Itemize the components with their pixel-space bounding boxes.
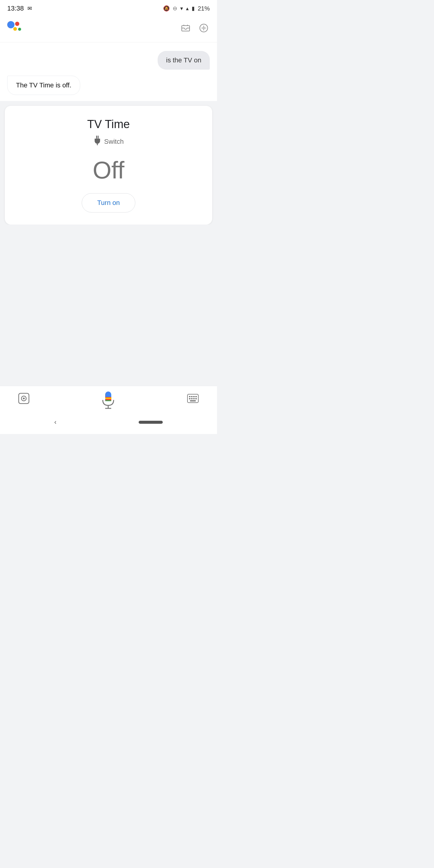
battery-icon: ▮ (192, 5, 195, 12)
navigation-bar: ‹ (0, 413, 217, 434)
inbox-icon[interactable] (181, 23, 190, 35)
bottom-toolbar (0, 386, 217, 413)
svg-rect-25 (190, 400, 196, 401)
dot-yellow (13, 27, 17, 31)
svg-rect-18 (191, 396, 193, 397)
header-icons (181, 23, 209, 35)
svg-rect-24 (195, 398, 197, 399)
device-type-row: Switch (93, 135, 124, 147)
dot-red (15, 22, 19, 26)
device-card: TV Time Switch Off Turn on (5, 106, 212, 224)
gmail-icon: ✉ (27, 5, 32, 12)
dot-green (18, 28, 21, 31)
svg-rect-20 (195, 396, 197, 397)
svg-rect-22 (191, 398, 193, 399)
svg-rect-4 (97, 144, 98, 145)
chat-area: is the TV on The TV Time is off. (0, 42, 217, 101)
time-display: 13:38 (7, 4, 24, 12)
svg-rect-17 (189, 396, 190, 397)
device-type-label: Switch (104, 138, 124, 146)
app-header (0, 16, 217, 42)
status-left: 13:38 ✉ (7, 4, 32, 12)
wifi-icon: ▾ (180, 5, 183, 12)
assistant-message-text: The TV Time is off. (16, 82, 71, 89)
user-bubble: is the TV on (158, 51, 210, 70)
status-bar: 13:38 ✉ 🔕 ⊖ ▾ ▴ ▮ 21% (0, 0, 217, 16)
lens-icon[interactable] (18, 393, 30, 407)
svg-rect-2 (96, 135, 97, 138)
svg-rect-14 (105, 400, 111, 401)
dot-blue (7, 21, 14, 28)
notification-mute-icon: 🔕 (163, 5, 170, 12)
back-button[interactable]: ‹ (54, 418, 56, 426)
status-right: 🔕 ⊖ ▾ ▴ ▮ 21% (163, 5, 210, 12)
turn-on-button[interactable]: Turn on (82, 193, 135, 213)
home-pill[interactable] (138, 421, 163, 424)
svg-rect-19 (193, 396, 195, 397)
microphone-button[interactable] (100, 390, 116, 409)
svg-rect-3 (98, 135, 98, 138)
device-status: Off (93, 158, 124, 182)
keyboard-icon[interactable] (187, 394, 199, 406)
google-logo (7, 21, 23, 37)
compass-icon[interactable] (199, 23, 209, 35)
plug-icon (93, 135, 101, 147)
device-name: TV Time (87, 118, 130, 131)
dnd-icon: ⊖ (173, 5, 177, 12)
gray-space (0, 224, 217, 386)
svg-rect-21 (189, 398, 190, 399)
user-message-text: is the TV on (166, 56, 201, 64)
battery-percentage: 21% (198, 5, 210, 12)
assistant-bubble: The TV Time is off. (7, 76, 80, 95)
svg-rect-23 (193, 398, 195, 399)
svg-rect-15 (105, 398, 111, 399)
svg-point-7 (23, 398, 25, 399)
signal-icon: ▴ (186, 5, 189, 12)
